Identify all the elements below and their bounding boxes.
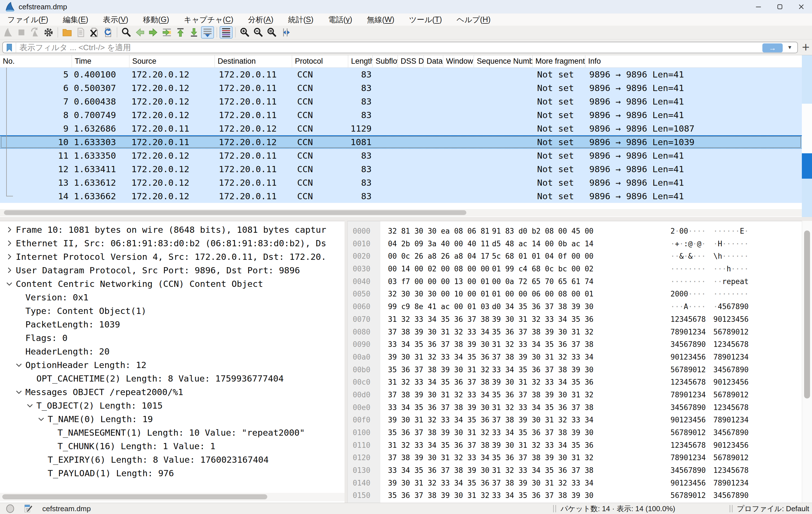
go-first-button[interactable] bbox=[174, 26, 187, 39]
detail-line[interactable]: Content Centric Networking (CCN) Content… bbox=[0, 277, 345, 291]
packet-row-5[interactable]: 50.400100172.20.0.12172.20.0.11CCN83Not … bbox=[0, 68, 802, 81]
horizontal-splitter[interactable] bbox=[0, 217, 812, 221]
colorize-button[interactable] bbox=[220, 26, 233, 39]
filter-add-button[interactable]: + bbox=[800, 40, 811, 54]
menu-item-s[interactable]: 統計(S) bbox=[281, 13, 321, 26]
packet-row-14[interactable]: 141.633662172.20.0.12172.20.0.11CCN83Not… bbox=[0, 189, 802, 203]
detail-line[interactable]: T_NAMESEGMENT(1) Length: 10 Value: "repe… bbox=[0, 426, 345, 439]
hex-row-00a0[interactable]: 00a039 30 31 32 33 34 35 3637 38 39 30 3… bbox=[348, 351, 802, 364]
capture-comment-icon[interactable] bbox=[23, 504, 33, 513]
column-header-sequence-numbe[interactable]: Sequence Numbe bbox=[474, 55, 532, 68]
hex-row-0020[interactable]: 002000 0c 26 a8 26 a8 04 175c 68 01 01 0… bbox=[348, 250, 802, 263]
detail-line[interactable]: OptionHeader Length: 12 bbox=[0, 358, 345, 372]
detail-line[interactable]: HeaderLength: 20 bbox=[0, 345, 345, 358]
hex-row-00b0[interactable]: 00b035 36 37 38 39 30 31 3233 34 35 36 3… bbox=[348, 364, 802, 376]
minimize-button[interactable] bbox=[748, 0, 769, 13]
maximize-button[interactable] bbox=[769, 0, 790, 13]
capture-status-icon[interactable] bbox=[6, 504, 14, 513]
packet-row-6[interactable]: 60.500307172.20.0.12172.20.0.11CCN83Not … bbox=[0, 81, 802, 95]
detail-line[interactable]: T_PAYLOAD(1) Length: 976 bbox=[0, 466, 345, 480]
hex-row-0070[interactable]: 007031 32 33 34 35 36 37 3839 30 31 32 3… bbox=[348, 313, 802, 326]
menu-item-f[interactable]: ファイル(F) bbox=[0, 13, 56, 26]
packet-list-vscroll-thumb[interactable] bbox=[802, 153, 812, 179]
zoom-in-button[interactable] bbox=[238, 26, 251, 39]
packet-row-9[interactable]: 91.632686172.20.0.11172.20.0.12CCN1129No… bbox=[0, 122, 802, 135]
hex-row-0130[interactable]: 013033 34 35 36 37 38 39 3031 32 33 34 3… bbox=[348, 464, 802, 477]
packet-list-hscroll-thumb[interactable] bbox=[4, 210, 466, 215]
column-header-dss-da[interactable]: DSS Da bbox=[398, 55, 424, 68]
detail-line[interactable]: Frame 10: 1081 bytes on wire (8648 bits)… bbox=[0, 223, 345, 236]
column-header-time[interactable]: Time bbox=[72, 55, 129, 68]
packet-row-13[interactable]: 131.633612172.20.0.12172.20.0.11CCN83Not… bbox=[0, 176, 802, 189]
detail-hscroll-thumb[interactable] bbox=[2, 494, 267, 500]
collapsed-arrow-icon[interactable] bbox=[5, 266, 13, 274]
capture-options-button[interactable] bbox=[42, 26, 55, 39]
hex-vscroll-thumb[interactable] bbox=[804, 231, 810, 398]
detail-line[interactable]: T_NAME(0) Length: 19 bbox=[0, 412, 345, 426]
packet-row-11[interactable]: 111.633350172.20.0.12172.20.0.11CCN83Not… bbox=[0, 149, 802, 162]
menu-item-c[interactable]: キャプチャ(C) bbox=[176, 13, 241, 26]
detail-line[interactable]: User Datagram Protocol, Src Port: 9896, … bbox=[0, 264, 345, 277]
column-header-window[interactable]: Window bbox=[443, 55, 474, 68]
detail-line[interactable]: Flags: 0 bbox=[0, 331, 345, 345]
zoom-reset-button[interactable] bbox=[265, 26, 278, 39]
packet-row-7[interactable]: 70.600438172.20.0.12172.20.0.11CCN83Not … bbox=[0, 95, 802, 108]
detail-line[interactable]: PacketLength: 1039 bbox=[0, 318, 345, 331]
hex-row-0080[interactable]: 008037 38 39 30 31 32 33 3435 36 37 38 3… bbox=[348, 326, 802, 338]
hex-row-00d0[interactable]: 00d037 38 39 30 31 32 33 3435 36 37 38 3… bbox=[348, 389, 802, 401]
expanded-arrow-icon[interactable] bbox=[26, 401, 34, 410]
zoom-out-button[interactable] bbox=[252, 26, 265, 39]
filter-dropdown-caret-icon[interactable]: ▼ bbox=[787, 44, 792, 51]
menu-item-w[interactable]: 無線(W) bbox=[359, 13, 402, 26]
detail-line[interactable]: T_CHUNK(16) Length: 1 Value: 1 bbox=[0, 439, 345, 453]
column-header-info[interactable]: Info bbox=[585, 55, 802, 68]
packet-list-hscrollbar[interactable] bbox=[0, 209, 802, 216]
menu-item-t[interactable]: ツール(T) bbox=[402, 13, 450, 26]
auto-scroll-button[interactable] bbox=[201, 26, 214, 39]
expanded-arrow-icon[interactable] bbox=[14, 388, 23, 396]
display-filter-box[interactable]: → ▼ bbox=[2, 42, 798, 53]
menu-item-h[interactable]: ヘルプ(H) bbox=[450, 13, 498, 26]
hex-row-0030[interactable]: 003000 14 00 02 00 08 00 0001 99 c4 68 0… bbox=[348, 263, 802, 275]
packet-list-vscrollbar-minimap[interactable] bbox=[802, 55, 812, 217]
menu-item-y[interactable]: 電話(y) bbox=[321, 13, 360, 26]
hex-row-0120[interactable]: 012037 38 39 30 31 32 33 3435 36 37 38 3… bbox=[348, 451, 802, 464]
go-to-packet-button[interactable] bbox=[161, 26, 173, 39]
hex-row-0060[interactable]: 006099 c9 8e 41 ac 00 01 03d0 34 35 36 3… bbox=[348, 300, 802, 313]
expanded-arrow-icon[interactable] bbox=[14, 361, 23, 369]
find-packet-button[interactable] bbox=[120, 26, 133, 39]
column-header-destination[interactable]: Destination bbox=[215, 55, 292, 68]
hex-row-0050[interactable]: 005032 30 30 30 00 10 00 0101 00 00 06 0… bbox=[348, 288, 802, 300]
detail-line[interactable]: OPT_CACHETIME(2) Length: 8 Value: 175993… bbox=[0, 372, 345, 385]
menu-item-v[interactable]: 表示(V) bbox=[95, 13, 136, 26]
go-forward-button[interactable] bbox=[147, 26, 160, 39]
column-header-length[interactable]: Length bbox=[348, 55, 373, 68]
reload-file-button[interactable] bbox=[101, 26, 114, 39]
packet-row-12[interactable]: 121.633411172.20.0.12172.20.0.11CCN83Not… bbox=[0, 162, 802, 176]
packet-row-10[interactable]: 101.633303172.20.0.11172.20.0.12CCN1081N… bbox=[0, 135, 802, 149]
detail-line[interactable]: Internet Protocol Version 4, Src: 172.20… bbox=[0, 250, 345, 264]
detail-hscrollbar[interactable] bbox=[0, 493, 345, 501]
menu-item-g[interactable]: 移動(G) bbox=[136, 13, 176, 26]
hex-row-00f0[interactable]: 00f039 30 31 32 33 34 35 3637 38 39 30 3… bbox=[348, 414, 802, 426]
close-file-button[interactable] bbox=[88, 26, 100, 39]
hex-row-00c0[interactable]: 00c031 32 33 34 35 36 37 3839 30 31 32 3… bbox=[348, 376, 802, 389]
go-back-button[interactable] bbox=[133, 26, 146, 39]
open-file-button[interactable] bbox=[61, 26, 74, 39]
column-header-more-fragments[interactable]: More fragments bbox=[532, 55, 585, 68]
display-filter-input[interactable] bbox=[16, 43, 798, 52]
resize-columns-button[interactable] bbox=[279, 26, 292, 39]
hex-row-0110[interactable]: 011031 32 33 34 35 36 37 3839 30 31 32 3… bbox=[348, 439, 802, 452]
hex-row-0100[interactable]: 010035 36 37 38 39 30 31 3233 34 35 36 3… bbox=[348, 426, 802, 439]
close-button[interactable] bbox=[790, 0, 812, 13]
expanded-arrow-icon[interactable] bbox=[5, 279, 13, 288]
hex-row-0010[interactable]: 001004 2b 09 3a 40 00 40 11d5 48 ac 14 0… bbox=[348, 238, 802, 250]
column-header-source[interactable]: Source bbox=[129, 55, 215, 68]
filter-bookmark-icon[interactable] bbox=[4, 43, 14, 53]
column-header-protocol[interactable]: Protocol bbox=[292, 55, 348, 68]
column-header-subflow[interactable]: Subflow bbox=[373, 55, 398, 68]
column-header-data-[interactable]: Data- bbox=[424, 55, 443, 68]
collapsed-arrow-icon[interactable] bbox=[5, 239, 13, 247]
detail-line[interactable]: Version: 0x1 bbox=[0, 291, 345, 304]
detail-line[interactable]: Type: Content Object(1) bbox=[0, 304, 345, 318]
